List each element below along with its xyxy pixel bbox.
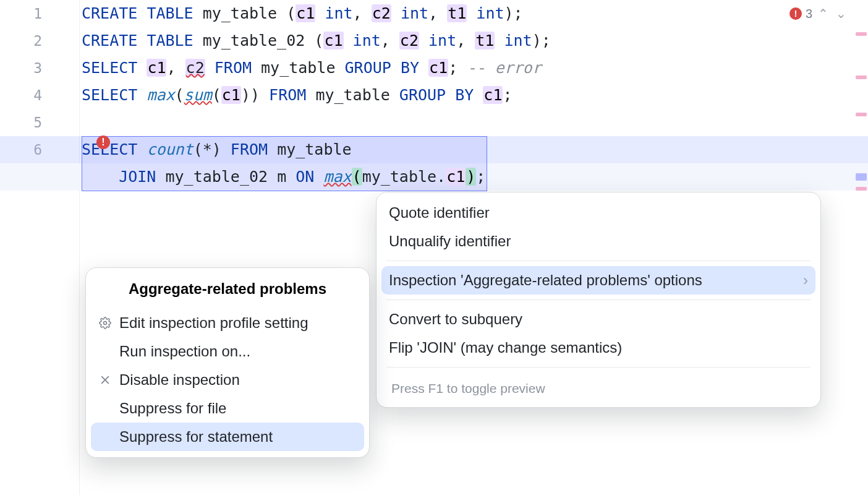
menu-separator <box>386 367 811 368</box>
code-line[interactable]: CREATE TABLE my_table (c1 int, c2 int, t… <box>82 0 853 27</box>
menu-item-unqualify-identifier[interactable]: Unqualify identifier <box>377 227 820 256</box>
menu-item-disable-inspection[interactable]: Disable inspection <box>86 366 369 394</box>
close-icon <box>98 373 112 387</box>
blank-icon <box>98 430 112 444</box>
code-line[interactable]: SELECT c1, c2 FROM my_table GROUP BY c1;… <box>82 54 853 82</box>
code-line[interactable]: SELECT max(sum(c1)) FROM my_table GROUP … <box>82 82 853 109</box>
code-line[interactable]: SELECT count(*) FROM my_table <box>82 136 853 163</box>
chevron-right-icon: › <box>803 272 808 289</box>
popup-title: Aggregate-related problems <box>86 272 369 309</box>
problems-indicator[interactable]: ! 3 ⌃ ⌄ <box>789 6 848 21</box>
line-number[interactable]: 4 <box>0 82 79 109</box>
error-marker[interactable] <box>856 187 867 191</box>
menu-item-inspection-options[interactable]: Inspection 'Aggregate-related problems' … <box>381 266 815 295</box>
error-icon: ! <box>789 7 802 20</box>
line-number[interactable]: 6 <box>0 136 79 163</box>
menu-item-suppress-file[interactable]: Suppress for file <box>86 394 369 423</box>
inspection-options-popup: Aggregate-related problems Edit inspecti… <box>85 267 370 458</box>
error-marker[interactable] <box>856 32 867 36</box>
error-bulb-icon[interactable]: ! <box>96 136 110 149</box>
line-number[interactable]: 2 <box>0 27 79 54</box>
chevron-down-icon[interactable]: ⌄ <box>834 6 848 21</box>
error-marker[interactable] <box>856 113 867 116</box>
line-number[interactable]: 3 <box>0 54 79 82</box>
menu-hint: Press F1 to toggle preview <box>377 372 820 401</box>
gutter-border <box>79 0 80 495</box>
gutter: 1 2 3 4 5 6 7 <box>0 0 79 495</box>
menu-separator <box>386 299 811 300</box>
menu-item-flip-join[interactable]: Flip 'JOIN' (may change semantics) <box>377 334 820 362</box>
menu-item-convert-subquery[interactable]: Convert to subquery <box>377 305 820 334</box>
blank-icon <box>98 345 112 358</box>
selection-marker[interactable] <box>856 173 867 181</box>
menu-separator <box>386 260 811 261</box>
svg-point-0 <box>104 322 107 325</box>
code-area[interactable]: CREATE TABLE my_table (c1 int, c2 int, t… <box>82 0 853 191</box>
line-number[interactable]: 1 <box>0 0 79 27</box>
menu-item-edit-profile[interactable]: Edit inspection profile setting <box>86 309 369 337</box>
error-stripe[interactable] <box>854 0 868 495</box>
line-number[interactable]: 5 <box>0 109 79 136</box>
line-number[interactable]: 7 <box>0 163 79 191</box>
code-line[interactable]: CREATE TABLE my_table_02 (c1 int, c2 int… <box>82 27 853 54</box>
problems-count: 3 <box>806 7 812 21</box>
code-editor: 1 2 3 4 5 6 7 CREATE TABLE my_table (c1 … <box>0 0 868 495</box>
code-line[interactable] <box>82 109 853 136</box>
blank-icon <box>98 402 112 415</box>
chevron-up-icon[interactable]: ⌃ <box>816 6 830 21</box>
menu-item-run-inspection[interactable]: Run inspection on... <box>86 337 369 366</box>
error-marker[interactable] <box>856 75 867 79</box>
gear-icon <box>98 316 112 330</box>
intention-actions-popup: Quote identifier Unqualify identifier In… <box>376 192 821 408</box>
menu-item-suppress-statement[interactable]: Suppress for statement <box>91 423 364 451</box>
menu-item-quote-identifier[interactable]: Quote identifier <box>377 199 820 227</box>
code-line[interactable]: JOIN my_table_02 m ON max(my_table.c1); <box>82 163 853 191</box>
